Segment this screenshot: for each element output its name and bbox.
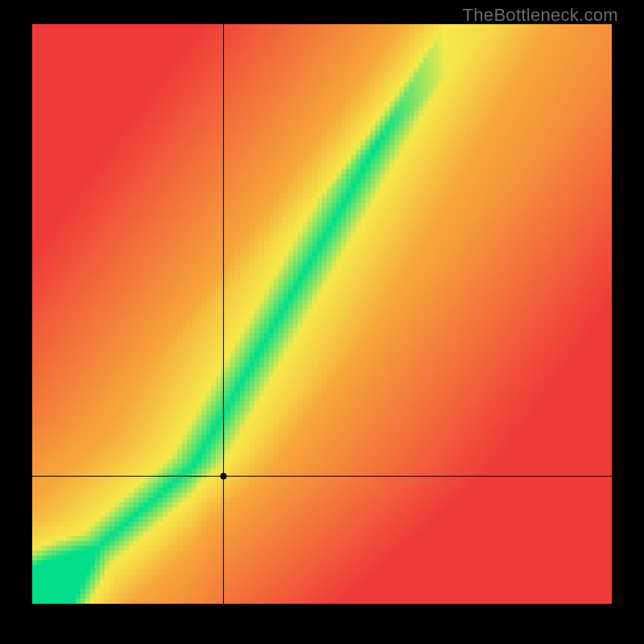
watermark-text: TheBottleneck.com [463,5,618,26]
heatmap-canvas [32,24,612,604]
heatmap-plot [32,24,612,604]
chart-frame: TheBottleneck.com [0,0,644,644]
